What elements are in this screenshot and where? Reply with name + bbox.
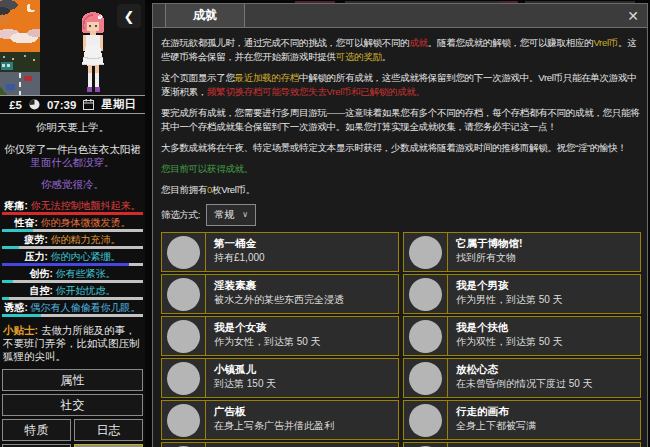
stat-bar-control xyxy=(2,297,143,300)
chevron-down-icon: ∨ xyxy=(242,208,248,222)
achievement-icon xyxy=(167,236,200,269)
stat-fatigue: 疲劳: 你的精力充沛。 xyxy=(0,234,145,249)
social-button[interactable]: 社交 xyxy=(2,394,143,416)
calendar-icon xyxy=(83,99,94,110)
achievement-icon xyxy=(167,404,200,437)
message-cold: 你感觉很冷。 xyxy=(4,178,141,191)
status-messages: 你明天要上学。 你仅穿了一件白色连衣太阳裙里面什么都没穿。 你感觉很冷。 xyxy=(0,114,145,191)
tab-achievements[interactable]: 成就 xyxy=(165,4,245,27)
filter-label: 筛选方式: xyxy=(161,208,200,222)
achievement-item: 我是个女孩作为女性，到达第 50 天 xyxy=(161,316,399,356)
achievement-icon xyxy=(167,362,200,395)
achievement-item: 行走的画布全身上下都被写满 xyxy=(403,400,641,440)
weekday-value: 星期日 xyxy=(101,97,136,112)
achievement-item-partial xyxy=(403,442,641,447)
achievement-item: 小镇孤儿到达第 150 天 xyxy=(161,358,399,398)
stats-list: 疼痛: 你无法控制地颤抖起来。 性奋: 你的身体微微发烫。 疲劳: 你的精力充沛… xyxy=(0,200,145,317)
stat-bar-fatigue xyxy=(2,246,143,249)
collapse-sidebar-button[interactable]: ❮ xyxy=(117,4,141,28)
sidebar-buttons: 属性 社交 特质 日志 统计 成就 选项 存档 xyxy=(0,369,145,447)
intro-paragraph: 在游玩欲都孤儿时，通过完成不同的挑战，您可以解锁不同的成就。随着您成就的解锁，您… xyxy=(161,36,641,64)
sidebar-top: ❮ xyxy=(0,0,145,95)
stat-bar-arousal xyxy=(2,229,143,232)
clock-icon xyxy=(29,99,40,110)
achievement-item: 第一桶金持有£1,000 xyxy=(161,232,399,272)
achievement-item: 它属于博物馆!找到所有文物 xyxy=(403,232,641,272)
achievement-icon xyxy=(409,320,442,353)
stat-control: 自控: 你开始忧虑。 xyxy=(0,285,145,300)
achievements-grid: 第一桶金持有£1,000 它属于博物馆!找到所有文物 淫装素裹被水之外的某些东西… xyxy=(161,232,641,447)
unlock-timing-paragraph: 大多数成就将在午夜、特定场景或特定文本显示时获得，少数成就将随着游戏时间的推移而… xyxy=(161,141,641,155)
achievements-panel: 成就 ✕ 在游玩欲都孤儿时，通过完成不同的挑战，您可以解锁不同的成就。随着您成就… xyxy=(152,3,648,447)
panel-header: 成就 ✕ xyxy=(153,4,647,28)
location-image xyxy=(0,0,40,95)
filter-select[interactable]: 常规 ∨ xyxy=(206,204,256,226)
stat-bar-trauma xyxy=(2,280,143,283)
money-value: £5 xyxy=(9,99,22,111)
stat-bar-allure xyxy=(2,314,143,317)
message-clothing: 你仅穿了一件白色连衣太阳裙里面什么都没穿。 xyxy=(4,143,141,169)
close-icon[interactable]: ✕ xyxy=(627,4,639,28)
achievement-item-partial xyxy=(161,442,399,447)
message-school: 你明天要上学。 xyxy=(4,121,141,134)
clothing-detail-link[interactable]: 里面什么都没穿。 xyxy=(31,156,115,168)
stat-trauma: 创伤: 你有些紧张。 xyxy=(0,268,145,283)
time-value: 07:39 xyxy=(47,99,76,111)
achievement-icon xyxy=(167,320,200,353)
achievement-item: 我是个扶他作为双性，到达第 50 天 xyxy=(403,316,641,356)
achievement-icon xyxy=(409,278,442,311)
eligibility-status: 您目前可以获得成就。 xyxy=(161,162,641,176)
vrel-balance: 您目前拥有0枚Vrel币。 xyxy=(161,183,641,197)
panel-body: 在游玩欲都孤儿时，通过完成不同的挑战，您可以解锁不同的成就。随着您成就的解锁，您… xyxy=(153,28,647,447)
tip-text: 小贴士: 去做力所能及的事，不要班门弄斧，比如试图压制狐狸的尖叫。 xyxy=(0,324,145,363)
achievement-icon xyxy=(167,278,200,311)
achievement-icon xyxy=(409,362,442,395)
save-warning-paragraph: 这个页面显示了您最近加载的存档中解锁的所有成就，这些成就将保留到您的下一次游戏中… xyxy=(161,71,641,99)
achievement-item: 我是个男孩作为男性，到达第 50 天 xyxy=(403,274,641,314)
achievement-item: 广告板在身上写条广告并借此盈利 xyxy=(161,400,399,440)
achievement-item: 放松心态在未曾昏倒的情况下度过 50 天 xyxy=(403,358,641,398)
stat-pain: 疼痛: 你无法控制地颤抖起来。 xyxy=(0,200,145,215)
stat-bar-stress xyxy=(2,263,143,266)
achievement-item: 淫装素裹被水之外的某些东西完全浸透 xyxy=(161,274,399,314)
stat-stress: 压力: 你的内心紧绷。 xyxy=(0,251,145,266)
achievement-icon xyxy=(409,404,442,437)
status-bar: £5 07:39 星期日 xyxy=(0,95,145,114)
filter-row: 筛选方式: 常规 ∨ xyxy=(161,204,641,226)
sidebar: ❮ £5 07:39 星期日 你明天要上学。 你仅穿了一件白色连衣太阳裙里面什么… xyxy=(0,0,145,447)
stat-arousal: 性奋: 你的身体微微发烫。 xyxy=(0,217,145,232)
journal-button[interactable]: 日志 xyxy=(74,419,143,441)
stat-allure: 诱惑: 偶尔有人偷偷看你几眼。 xyxy=(0,302,145,317)
stat-bar-pain xyxy=(2,212,143,215)
achievement-icon xyxy=(409,236,442,269)
character-sprite xyxy=(74,9,112,95)
attributes-button[interactable]: 属性 xyxy=(2,369,143,391)
multi-playthrough-paragraph: 要完成所有成就，您需要进行多周目游玩——这意味着如果您有多个不同的存档，每个存档… xyxy=(161,106,641,134)
traits-button[interactable]: 特质 xyxy=(2,419,71,441)
